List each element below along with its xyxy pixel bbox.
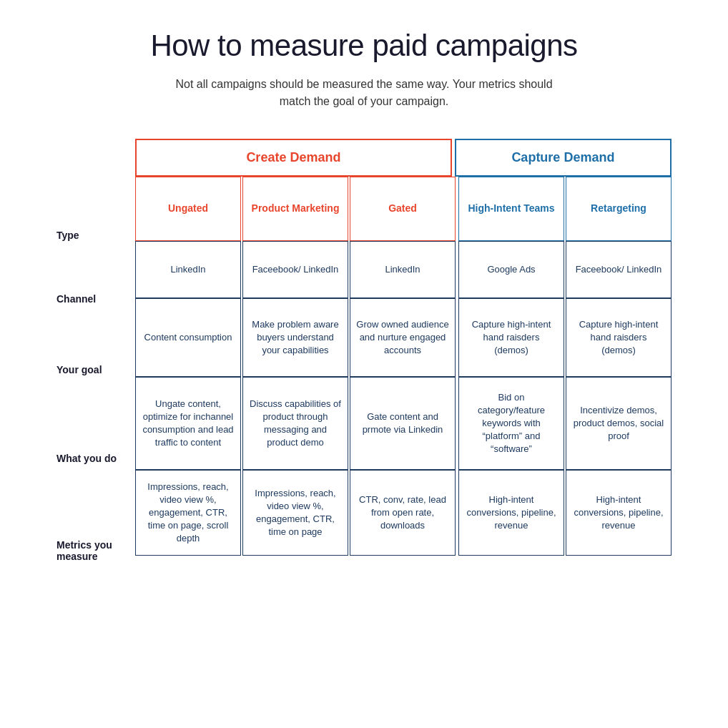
channel-col2: Faceebook/ LinkedIn — [242, 241, 348, 298]
goal-col4: Capture high-intent hand raisders (demos… — [458, 298, 564, 377]
label-channel: Channel — [56, 269, 135, 329]
channel-col1: LinkedIn — [135, 241, 241, 298]
row-labels: Type Channel Your goal What you do Metri… — [56, 139, 135, 595]
metrics-col1: Impressions, reach, video view %, engage… — [135, 470, 241, 556]
label-spacer-header — [56, 139, 135, 202]
metrics-col5: High-intent conversions, pipeline, reven… — [566, 470, 672, 556]
what-col2: Discuss capabilities of product through … — [242, 377, 348, 470]
metrics-col3: CTR, conv, rate, lead from open rate, do… — [350, 470, 456, 556]
type-col5: Retargeting — [566, 177, 672, 241]
row-type: Ungated Product Marketing Gated High-Int… — [135, 177, 672, 241]
row-what: Ungate content, optimize for inchannel c… — [135, 377, 672, 470]
row-channel: LinkedIn Faceebook/ LinkedIn LinkedIn Go… — [135, 241, 672, 298]
label-type: Type — [56, 202, 135, 269]
channel-col5: Faceebook/ LinkedIn — [566, 241, 672, 298]
type-col3: Gated — [350, 177, 456, 241]
goal-col2: Make problem aware buyers understand you… — [242, 298, 348, 377]
what-col5: Incentivize demos, product demos, social… — [566, 377, 672, 470]
label-metrics: Metrics you measure — [56, 506, 135, 595]
data-rows: Ungated Product Marketing Gated High-Int… — [135, 177, 672, 556]
metrics-col4: High-intent conversions, pipeline, reven… — [458, 470, 564, 556]
what-col3: Gate content and prmote via Linkedin — [350, 377, 456, 470]
channel-col4: Google Ads — [458, 241, 564, 298]
metrics-col2: Impressions, reach, video view %, engage… — [242, 470, 348, 556]
goal-col5: Capture high-intent hand raisders (demos… — [566, 298, 672, 377]
table-wrapper: Type Channel Your goal What you do Metri… — [56, 139, 672, 595]
goal-col1: Content consumption — [135, 298, 241, 377]
what-col1: Ungate content, optimize for inchannel c… — [135, 377, 241, 470]
group-capture-label: Capture Demand — [455, 139, 672, 177]
grid-area: Create Demand Capture Demand Ungated Pro… — [135, 139, 672, 595]
label-goal: Your goal — [56, 329, 135, 410]
header-row: Create Demand Capture Demand — [135, 139, 672, 177]
row-goal: Content consumption Make problem aware b… — [135, 298, 672, 377]
type-col1: Ungated — [135, 177, 241, 241]
row-metrics: Impressions, reach, video view %, engage… — [135, 470, 672, 556]
type-col4: High-Intent Teams — [458, 177, 564, 241]
group-create-label: Create Demand — [135, 139, 452, 177]
page-title: How to measure paid campaigns — [150, 29, 577, 63]
label-what: What you do — [56, 410, 135, 506]
subtitle: Not all campaigns should be measured the… — [171, 76, 557, 110]
type-col2: Product Marketing — [242, 177, 348, 241]
goal-col3: Grow owned audience and nurture engaged … — [350, 298, 456, 377]
what-col4: Bid on category/feature keywords with “p… — [458, 377, 564, 470]
channel-col3: LinkedIn — [350, 241, 456, 298]
